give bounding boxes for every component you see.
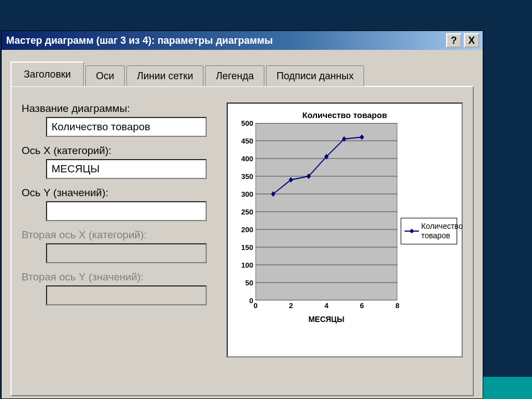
preview-x-label: МЕСЯЦЫ bbox=[255, 315, 397, 324]
tab-data-labels[interactable]: Подписи данных bbox=[266, 65, 364, 86]
window-title: Мастер диаграмм (шаг 3 из 4): параметры … bbox=[6, 35, 444, 47]
y-axis-input[interactable] bbox=[46, 201, 207, 221]
x2-axis-input bbox=[46, 243, 207, 263]
x-axis-input[interactable] bbox=[46, 159, 207, 179]
decorative-strip bbox=[483, 377, 532, 399]
x-axis-ticks: 02468 bbox=[255, 300, 397, 311]
chart-legend: Количество товаров bbox=[401, 218, 457, 244]
dialog-window: Мастер диаграмм (шаг 3 из 4): параметры … bbox=[1, 30, 483, 399]
chart-plot bbox=[255, 123, 397, 300]
x2-axis-label: Вторая ось X (категорий): bbox=[22, 229, 216, 241]
y-axis-ticks: 050100150200250300350400450500 bbox=[232, 123, 255, 339]
help-button[interactable]: ? bbox=[446, 33, 462, 48]
chart-title-label: Название диаграммы: bbox=[22, 103, 216, 115]
tab-legend[interactable]: Легенда bbox=[205, 65, 264, 86]
tab-panel: Название диаграммы: Ось X (категорий): О… bbox=[11, 86, 474, 396]
legend-series-label: Количество товаров bbox=[421, 222, 463, 241]
chart-title-input[interactable] bbox=[46, 117, 207, 137]
close-button[interactable]: X bbox=[464, 33, 479, 48]
preview-chart-title: Количество товаров bbox=[232, 110, 457, 120]
tab-gridlines[interactable]: Линии сетки bbox=[126, 65, 204, 86]
svg-rect-19 bbox=[410, 229, 414, 233]
title-bar: Мастер диаграмм (шаг 3 из 4): параметры … bbox=[2, 31, 483, 50]
chart-preview: Количество товаров 050100150200250300350… bbox=[227, 103, 463, 357]
y2-axis-label: Вторая ось Y (значений): bbox=[22, 271, 216, 283]
y-axis-label: Ось Y (значений): bbox=[22, 187, 216, 199]
x-axis-label: Ось X (категорий): bbox=[22, 145, 216, 157]
tab-headers[interactable]: Заголовки bbox=[11, 62, 84, 86]
tab-axes[interactable]: Оси bbox=[85, 65, 125, 86]
y2-axis-input bbox=[46, 285, 207, 305]
legend-marker-icon bbox=[405, 227, 419, 235]
tab-strip: Заголовки Оси Линии сетки Легенда Подпис… bbox=[11, 61, 474, 86]
